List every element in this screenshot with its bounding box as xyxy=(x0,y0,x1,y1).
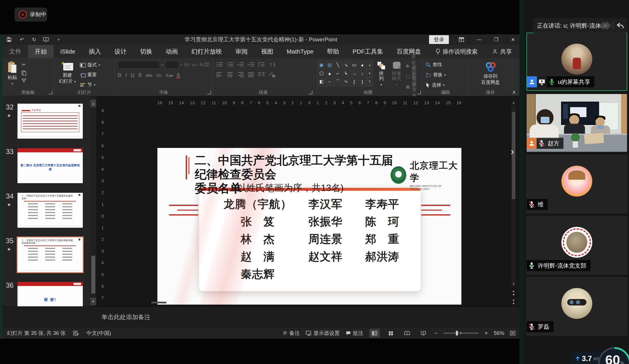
shape-glyph-icon[interactable]: ↘ xyxy=(344,62,348,68)
shape-glyph-icon[interactable]: ▭ xyxy=(352,62,356,68)
cut-icon[interactable]: ✂ xyxy=(22,62,27,68)
participant-tile-2[interactable]: 赵方 xyxy=(526,94,627,152)
slide-thumbnail-36[interactable]: 谢 谢! xyxy=(17,282,83,306)
tab-审阅[interactable]: 审阅 xyxy=(229,45,254,58)
tab-视图[interactable]: 视图 xyxy=(254,45,280,58)
shape-glyph-icon[interactable]: ▲ xyxy=(328,71,332,76)
align-right-icon[interactable] xyxy=(237,72,244,77)
tab-帮助[interactable]: 帮助 xyxy=(320,45,346,58)
align-left-icon[interactable] xyxy=(216,72,223,77)
tab-PDF工具集[interactable]: PDF工具集 xyxy=(346,45,390,58)
view-slideshow-button[interactable] xyxy=(418,329,429,338)
grow-font-icon[interactable]: A˄ xyxy=(184,62,190,68)
layout-button[interactable]: 版式▾ xyxy=(80,61,100,69)
section-button[interactable]: 节▾ xyxy=(80,81,100,89)
ribbon-display-options-icon[interactable] xyxy=(459,37,466,42)
copy-icon[interactable] xyxy=(22,70,27,76)
shapes-gallery[interactable]: ▣▤╲↘▭●▢▲⌐↳→↓◧~⌒∿{} xyxy=(317,61,367,86)
quick-styles-button[interactable]: 快速样式 ▾ xyxy=(390,61,403,89)
shape-glyph-icon[interactable]: ⌐ xyxy=(337,71,339,76)
shape-glyph-icon[interactable]: { xyxy=(353,79,355,84)
slide-thumbnail-34[interactable]: 一、中国共产党北京理工大学第十五届委员会委员名单 xyxy=(17,193,83,228)
slideshow-from-start-icon[interactable] xyxy=(43,37,50,42)
shape-glyph-icon[interactable]: ▤ xyxy=(328,62,332,68)
horizontal-scrollbar-thumb[interactable] xyxy=(151,302,166,303)
collapse-ribbon-icon[interactable]: ∧ xyxy=(512,89,516,95)
slide-thumbnail-32[interactable]: 大会号召 xyxy=(17,104,83,139)
zoom-slider[interactable] xyxy=(444,333,479,333)
tab-设计[interactable]: 设计 xyxy=(108,45,133,58)
shape-glyph-icon[interactable]: ~ xyxy=(328,79,331,84)
justify-icon[interactable] xyxy=(247,72,255,77)
gallery-more-icon[interactable]: ⊽ xyxy=(367,77,373,86)
font-name-input[interactable] xyxy=(118,61,160,69)
paste-button[interactable]: 粘贴 ▾ xyxy=(5,61,19,89)
comments-button[interactable]: 批注 xyxy=(346,330,363,337)
smartart-icon[interactable] xyxy=(268,72,276,77)
indent-increase-icon[interactable] xyxy=(247,62,255,68)
caret-down-icon[interactable]: ▾ xyxy=(162,63,164,67)
shape-glyph-icon[interactable]: ⌒ xyxy=(336,79,340,84)
share-button[interactable]: 共享 xyxy=(492,45,512,58)
slide-thumbnail-33[interactable]: 第二部分 北京理工大学第十五次党代会选举结果 xyxy=(17,148,83,183)
underline-button[interactable]: U xyxy=(131,72,134,78)
view-reading-button[interactable] xyxy=(402,329,412,338)
slide-vertical-scrollbar[interactable]: ▲ ▼ xyxy=(511,100,516,287)
text-shadow-button[interactable]: abc xyxy=(145,73,152,78)
undo-icon[interactable]: ↶ xyxy=(19,37,25,43)
tell-me-search[interactable]: 操作说明搜索 xyxy=(435,45,478,58)
font-color-button[interactable]: A xyxy=(176,73,180,78)
zoom-slider-thumb[interactable] xyxy=(456,331,458,335)
drawing-dialog-launcher[interactable] xyxy=(417,91,421,94)
arrange-button[interactable]: 排列 ▾ xyxy=(375,61,387,89)
shape-effects-button[interactable]: ▣形状效果 xyxy=(406,83,419,91)
select-button[interactable]: 选择▾ xyxy=(426,81,446,89)
fit-to-window-icon[interactable] xyxy=(510,331,515,335)
clipboard-dialog-launcher[interactable] xyxy=(49,91,52,94)
paragraph-dialog-launcher[interactable] xyxy=(309,91,312,94)
shape-glyph-icon[interactable]: ◧ xyxy=(319,79,324,84)
participant-tile-4[interactable]: 许明辉-流体党支部 xyxy=(526,216,627,274)
change-case-button[interactable]: Aa▾ xyxy=(166,73,173,78)
spellcheck-icon[interactable] xyxy=(73,331,79,336)
tab-iSlide[interactable]: iSlide xyxy=(54,45,82,58)
login-button[interactable]: 登录 xyxy=(429,35,449,44)
shrink-font-icon[interactable]: A˅ xyxy=(192,62,198,67)
bullets-icon[interactable] xyxy=(216,62,223,68)
font-size-input[interactable] xyxy=(165,61,179,69)
save-to-baidu-button[interactable]: 保存到 百度网盘 xyxy=(479,61,502,89)
shape-glyph-icon[interactable]: ▣ xyxy=(319,62,324,68)
close-button[interactable]: ✕ xyxy=(509,37,516,43)
view-normal-button[interactable] xyxy=(369,329,380,338)
scroll-up-icon[interactable]: ▲ xyxy=(90,100,96,107)
tab-幻灯片放映[interactable]: 幻灯片放映 xyxy=(185,45,229,58)
zoom-in-button[interactable]: + xyxy=(484,330,488,337)
notes-pane[interactable]: 单击此处添加备注 xyxy=(2,306,519,328)
clear-formatting-icon[interactable]: A⌫ xyxy=(199,62,210,68)
shapes-gallery-scroll[interactable]: ▲ ▼ ⊽ xyxy=(367,61,373,86)
format-painter-icon[interactable] xyxy=(22,78,27,83)
display-settings-button[interactable]: 显示器设置 xyxy=(306,330,340,337)
performance-gauge[interactable]: 60 % xyxy=(598,347,629,364)
scroll-down-icon[interactable]: ▼ xyxy=(90,298,96,305)
replace-button[interactable]: abac 替换▾ xyxy=(426,71,446,79)
gallery-down-icon[interactable]: ▼ xyxy=(367,69,373,78)
tab-MathType[interactable]: MathType xyxy=(280,45,320,58)
shape-glyph-icon[interactable]: ● xyxy=(361,63,363,68)
shape-glyph-icon[interactable]: ▢ xyxy=(319,70,324,76)
tab-文件[interactable]: 文件 xyxy=(2,45,28,58)
tab-开始[interactable]: 开始 xyxy=(28,45,54,58)
view-sorter-button[interactable] xyxy=(386,329,396,338)
restore-button[interactable]: ❐ xyxy=(493,37,500,43)
slide-thumbnail-35[interactable]: 二、中国共产党北京理工大学第十五届纪律检查委员会委员名单 xyxy=(17,237,83,272)
thumbnail-scrollbar[interactable]: ▲ ▼ xyxy=(90,96,96,306)
minimize-button[interactable]: — xyxy=(476,37,483,43)
numbering-icon[interactable]: 123 xyxy=(226,62,234,68)
tab-动画[interactable]: 动画 xyxy=(159,45,185,58)
next-slide-button[interactable]: ▼▼ xyxy=(511,299,516,305)
shape-glyph-icon[interactable]: } xyxy=(361,79,363,84)
italic-button[interactable]: I xyxy=(125,72,127,78)
zoom-out-button[interactable]: − xyxy=(435,330,438,337)
character-spacing-button[interactable]: AV xyxy=(156,73,161,78)
zoom-level[interactable]: 56% xyxy=(494,330,504,336)
